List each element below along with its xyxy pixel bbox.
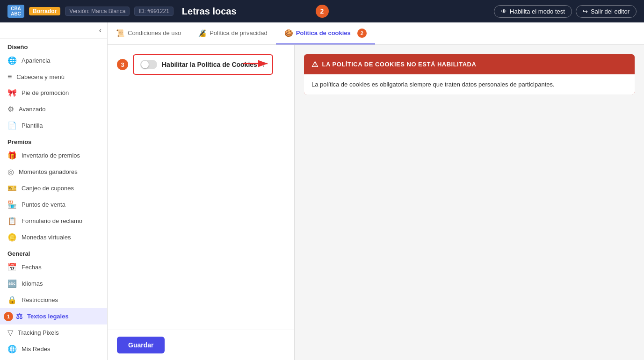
gift-icon: 🎁 — [7, 151, 17, 160]
scroll-icon: 📜 — [116, 29, 125, 37]
globe-icon: 🌐 — [7, 56, 17, 65]
sidebar-item-fechas[interactable]: 📅 Fechas — [0, 259, 107, 275]
warning-icon: ⚠ — [311, 60, 318, 69]
sidebar-item-textos-legales[interactable]: 1 ⚖ Textos legales — [0, 308, 107, 324]
settings-icon: ⚙ — [7, 105, 14, 114]
main-layout: ‹ Diseño 🌐 Apariencia ≡ Cabecera y menú … — [0, 22, 644, 360]
enable-test-mode-button[interactable]: 👁 Habilita el modo test — [494, 5, 572, 18]
sidebar-item-plantilla[interactable]: 📄 Plantilla — [0, 117, 107, 134]
tab-politica-cookies[interactable]: 🍪 Política de cookies 2 — [276, 22, 375, 44]
sidebar-item-tracking-pixels[interactable]: ▽ Tracking Pixels — [0, 324, 107, 341]
section-general: General — [0, 245, 107, 259]
cookies-policy-toggle[interactable] — [140, 60, 157, 69]
exit-icon: ↪ — [583, 8, 588, 15]
alert-body: La política de cookies es obligatoria si… — [304, 74, 635, 94]
calendar-icon: 📅 — [7, 263, 17, 272]
sidebar-item-inventario[interactable]: 🎁 Inventario de premios — [0, 147, 107, 164]
sidebar-item-monedas[interactable]: 🪙 Monedas virtuales — [0, 229, 107, 245]
sidebar-item-cabecera[interactable]: ≡ Cabecera y menú — [0, 69, 107, 85]
badge-step-3: 3 — [117, 59, 128, 70]
left-panel: 3 Habilitar la Política de Cookies ? — [108, 45, 295, 360]
tab-condiciones-uso[interactable]: 📜 Condiciones de uso — [108, 22, 189, 44]
right-panel: ⚠ LA POLÍTICA DE COOKIES NO ESTÁ HABILIT… — [295, 45, 644, 360]
save-button[interactable]: Guardar — [117, 337, 165, 353]
circle-icon: ◎ — [7, 167, 14, 176]
ribbon-icon: 🎀 — [7, 88, 17, 97]
app-logo: CBA ABC — [7, 5, 24, 18]
cookie-icon: 🍪 — [284, 29, 293, 37]
alert-header: ⚠ LA POLÍTICA DE COOKIES NO ESTÁ HABILIT… — [304, 54, 635, 74]
lock-icon: 🔒 — [7, 295, 17, 304]
tabs-bar: 📜 Condiciones de uso 🔏 Política de priva… — [108, 22, 644, 45]
sidebar-item-puntos[interactable]: 🏪 Puntos de venta — [0, 196, 107, 213]
content-area: 📜 Condiciones de uso 🔏 Política de priva… — [108, 22, 644, 360]
arrow-indicator — [243, 58, 271, 71]
exit-editor-button[interactable]: ↪ Salir del editor — [576, 5, 637, 18]
menu-icon: ≡ — [7, 72, 12, 81]
sidebar-item-canjeo[interactable]: 🎫 Canjeo de cupones — [0, 180, 107, 196]
sidebar: ‹ Diseño 🌐 Apariencia ≡ Cabecera y menú … — [0, 22, 108, 360]
topbar: CBA ABC Borrador Versión: Marca Blanca I… — [0, 0, 644, 22]
scale-icon: ⚖ — [16, 312, 22, 321]
network-icon: 🌐 — [7, 345, 17, 353]
toggle-thumb — [141, 61, 149, 68]
sidebar-item-compartir[interactable]: 🔗 Compartir — [0, 357, 107, 360]
topbar-actions: 👁 Habilita el modo test ↪ Salir del edit… — [494, 5, 637, 18]
step-badge-2: 2 — [316, 5, 329, 18]
badge-1: 1 — [4, 312, 13, 321]
logo-box: CBA ABC — [7, 5, 24, 18]
coin-icon: 🪙 — [7, 233, 17, 242]
store-icon: 🏪 — [7, 200, 17, 209]
sidebar-item-idiomas[interactable]: 🔤 Idiomas — [0, 275, 107, 292]
badge-id: ID: #991221 — [134, 7, 173, 16]
collapse-icon[interactable]: ‹ — [99, 26, 101, 35]
privacy-icon: 🔏 — [198, 29, 207, 37]
sidebar-collapse[interactable]: ‹ — [0, 22, 107, 39]
sidebar-item-pie[interactable]: 🎀 Pie de promoción — [0, 85, 107, 101]
tab-politica-privacidad[interactable]: 🔏 Política de privacidad — [189, 22, 276, 44]
doc-icon: 📄 — [7, 121, 17, 130]
alert-box: ⚠ LA POLÍTICA DE COOKIES NO ESTÁ HABILIT… — [304, 54, 635, 94]
tracking-icon: ▽ — [7, 328, 13, 337]
sidebar-item-mis-redes[interactable]: 🌐 Mis Redes — [0, 341, 107, 357]
badge-borrador: Borrador — [29, 7, 60, 15]
section-diseno: Diseño — [0, 39, 107, 52]
sidebar-item-apariencia[interactable]: 🌐 Apariencia — [0, 52, 107, 69]
sidebar-item-momentos[interactable]: ◎ Momentos ganadores — [0, 164, 107, 180]
save-button-area: Guardar — [108, 330, 294, 360]
panel: 3 Habilitar la Política de Cookies ? — [108, 45, 644, 360]
page-title: Letras locas — [182, 6, 489, 17]
clipboard-icon: 📋 — [7, 216, 17, 225]
language-icon: 🔤 — [7, 279, 17, 288]
eye-icon: 👁 — [501, 8, 507, 15]
sidebar-item-formulario[interactable]: 📋 Formulario de reclamo — [0, 213, 107, 229]
section-premios: Premios — [0, 134, 107, 147]
ticket-icon: 🎫 — [7, 184, 17, 193]
sidebar-item-restricciones[interactable]: 🔒 Restricciones — [0, 292, 107, 308]
step-badge-tab-2: 2 — [357, 29, 367, 38]
sidebar-item-avanzado[interactable]: ⚙ Avanzado — [0, 101, 107, 117]
badge-version: Versión: Marca Blanca — [65, 7, 130, 16]
